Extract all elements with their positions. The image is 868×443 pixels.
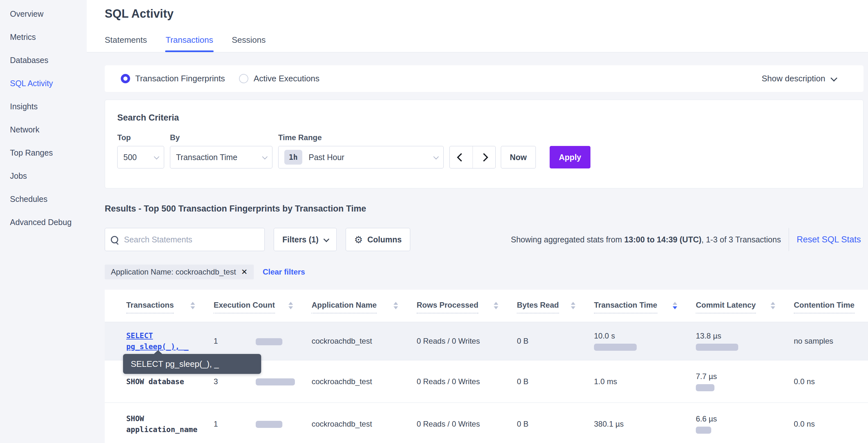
sidebar: OverviewMetricsDatabasesSQL ActivityInsi…: [0, 0, 87, 443]
radio-unselected-icon[interactable]: [239, 74, 248, 83]
sidebar-item-schedules[interactable]: Schedules: [0, 187, 87, 211]
previous-time-button[interactable]: [450, 146, 472, 168]
close-icon[interactable]: ✕: [241, 268, 248, 276]
execution-count-cell: 3: [214, 377, 312, 386]
column-header-label[interactable]: Bytes Read: [517, 301, 559, 314]
column-header-label[interactable]: Execution Count: [214, 301, 275, 314]
tab-sessions[interactable]: Sessions: [231, 35, 266, 52]
radio-active-executions[interactable]: Active Executions: [239, 73, 319, 84]
sidebar-item-sql-activity[interactable]: SQL Activity: [0, 72, 87, 95]
column-header-label[interactable]: Commit Latency: [696, 301, 756, 314]
transaction-cell: SHOW application_name: [126, 413, 214, 435]
sidebar-item-jobs[interactable]: Jobs: [0, 164, 87, 187]
show-description-toggle[interactable]: Show description: [762, 73, 847, 84]
by-select-value: Transaction Time: [176, 153, 238, 162]
next-time-button[interactable]: [472, 146, 496, 168]
sort-arrows-icon[interactable]: [494, 302, 498, 309]
commit-latency-cell-value: 7.7 µs: [696, 372, 784, 381]
commit-latency-cell-value: 13.8 µs: [696, 331, 784, 341]
column-header-commit-latency: Commit Latency: [696, 301, 794, 314]
sort-desc-icon: [190, 306, 195, 309]
now-button[interactable]: Now: [501, 146, 536, 169]
transaction-time-cell-value: 1.0 ms: [594, 377, 686, 386]
sidebar-item-databases[interactable]: Databases: [0, 49, 87, 72]
clear-filters-link[interactable]: Clear filters: [263, 267, 305, 276]
sort-arrows-icon[interactable]: [771, 302, 775, 309]
top-select-value: 500: [123, 153, 137, 162]
sidebar-item-overview[interactable]: Overview: [0, 2, 87, 25]
sort-asc-icon: [771, 302, 775, 305]
execution-count-value: 1: [214, 336, 256, 346]
chevron-down-icon: [262, 154, 268, 159]
sidebar-item-top-ranges[interactable]: Top Ranges: [0, 141, 87, 164]
bytes-read-cell: 0 B: [517, 377, 594, 386]
filters-button[interactable]: Filters (1): [274, 228, 337, 251]
chevron-right-icon: [479, 153, 488, 162]
sort-arrows-icon[interactable]: [394, 302, 398, 309]
column-header-label[interactable]: Application Name: [312, 301, 377, 314]
column-header-transaction-time: Transaction Time: [594, 301, 696, 314]
sort-arrows-icon[interactable]: [571, 302, 575, 309]
table-body: SELECT pg_sleep(_), _1cockroachdb_test0 …: [105, 322, 868, 443]
chevron-down-icon: [323, 236, 329, 242]
contention-time-cell: 0.0 ns: [794, 377, 868, 386]
transaction-text: SHOW application_name: [126, 414, 197, 434]
column-header-label[interactable]: Transaction Time: [594, 301, 657, 314]
commit-latency-cell: 6.6 µs: [696, 414, 794, 434]
transaction-time-cell: 1.0 ms: [594, 377, 696, 386]
column-header-label[interactable]: Rows Processed: [417, 301, 478, 314]
sort-arrows-icon[interactable]: [288, 302, 293, 309]
rows-processed-cell: 0 Reads / 0 Writes: [417, 419, 517, 429]
by-select[interactable]: Transaction Time: [170, 146, 272, 169]
sort-arrows-icon[interactable]: [673, 302, 677, 309]
sidebar-item-network[interactable]: Network: [0, 118, 87, 141]
transaction-text: SHOW database: [126, 377, 184, 386]
apply-button[interactable]: Apply: [550, 146, 590, 169]
time-range-select[interactable]: 1h Past Hour: [278, 146, 444, 169]
transaction-cell: SHOW database: [126, 376, 214, 387]
sort-desc-icon: [673, 306, 677, 309]
sort-arrows-icon[interactable]: [190, 302, 195, 309]
aggregated-stats-text: Showing aggregated stats from 13:00 to 1…: [511, 235, 781, 244]
sort-asc-icon: [571, 302, 575, 305]
search-input[interactable]: [123, 235, 258, 245]
time-range-badge: 1h: [284, 150, 302, 165]
sidebar-item-metrics[interactable]: Metrics: [0, 25, 87, 49]
commit-latency-cell: 7.7 µs: [696, 372, 794, 391]
column-header-contention-time: Contention Time: [794, 301, 868, 314]
sidebar-item-advanced-debug[interactable]: Advanced Debug: [0, 211, 87, 234]
column-header-label[interactable]: Contention Time: [794, 301, 855, 314]
app-root: OverviewMetricsDatabasesSQL ActivityInsi…: [0, 0, 868, 443]
column-header-label[interactable]: Transactions: [126, 301, 174, 314]
sort-asc-icon: [673, 302, 677, 305]
reset-sql-stats-link[interactable]: Reset SQL Stats: [797, 235, 864, 245]
by-label: By: [170, 133, 272, 142]
transaction-time-cell-bar: [594, 344, 637, 351]
top-label: Top: [117, 133, 164, 142]
by-field: By Transaction Time: [170, 133, 272, 169]
statement-tooltip: SELECT pg_sleep(_), _: [123, 354, 261, 374]
transaction-time-cell: 10.0 s: [594, 331, 696, 351]
radio-selected-icon[interactable]: [121, 74, 130, 83]
sidebar-item-insights[interactable]: Insights: [0, 95, 87, 118]
time-range-label: Time Range: [278, 133, 444, 142]
results-toolbar: Filters (1) ⚙ Columns Showing aggregated…: [105, 228, 864, 251]
execution-count-value: 3: [214, 377, 256, 386]
columns-button[interactable]: ⚙ Columns: [346, 228, 410, 251]
search-criteria-fields: Top 500 By Transaction Time: [117, 133, 851, 169]
transaction-link[interactable]: SELECT pg_sleep(_), _: [126, 331, 189, 351]
bytes-read-cell: 0 B: [517, 419, 594, 429]
radio-transaction-fingerprints[interactable]: Transaction Fingerprints: [121, 73, 225, 84]
filters-button-label: Filters (1): [282, 235, 319, 244]
sort-desc-icon: [394, 306, 398, 309]
top-select[interactable]: 500: [117, 146, 164, 169]
sort-asc-icon: [288, 302, 293, 305]
table-row[interactable]: SHOW application_name1cockroachdb_test0 …: [105, 403, 868, 443]
tab-transactions[interactable]: Transactions: [166, 35, 213, 52]
tab-statements[interactable]: Statements: [105, 35, 147, 52]
commit-latency-cell-bar: [696, 384, 714, 391]
radio-label: Active Executions: [253, 73, 319, 84]
table-header-row: TransactionsExecution CountApplication N…: [105, 290, 868, 322]
transaction-time-cell: 380.1 µs: [594, 419, 696, 429]
column-header-bytes-read: Bytes Read: [517, 301, 594, 314]
